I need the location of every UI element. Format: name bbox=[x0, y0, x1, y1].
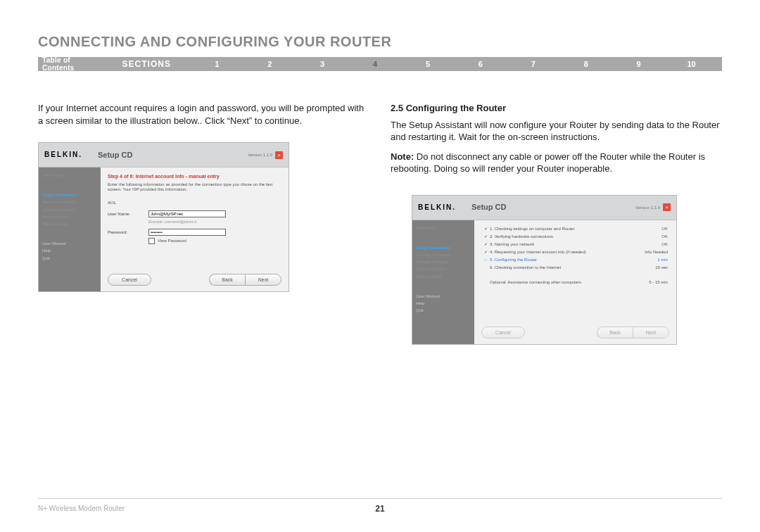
screenshot-account-info: BELKIN. Setup CD Version 1.1.0 × Main Me… bbox=[38, 142, 289, 292]
close-icon[interactable]: × bbox=[275, 151, 283, 159]
step-status: OK bbox=[634, 226, 669, 232]
sidebar-item-setup-assistant[interactable]: Setup Assistant ▸ bbox=[42, 191, 97, 198]
note-paragraph: Note: Do not disconnect any cable or pow… bbox=[391, 151, 722, 175]
next-button: Next bbox=[633, 327, 669, 338]
intro-paragraph: If your Internet account requires a logi… bbox=[38, 102, 369, 127]
section-link-2[interactable]: 2 bbox=[243, 60, 296, 68]
cancel-button[interactable]: Cancel bbox=[108, 274, 151, 286]
sidebar-item-security-assistant[interactable]: Security Assistant bbox=[42, 198, 97, 205]
password-label: Password: bbox=[108, 229, 148, 235]
step-text: 6. Checking connection to the Internet bbox=[490, 265, 634, 270]
close-icon[interactable]: × bbox=[663, 203, 671, 211]
sidebar-item-user-manual[interactable]: User Manual bbox=[416, 293, 471, 300]
sidebar-item-network-status[interactable]: Network Status bbox=[416, 265, 471, 272]
sidebar-main-menu: Main Menu bbox=[416, 224, 471, 232]
check-icon: ✓ bbox=[481, 234, 490, 239]
belkin-logo: BELKIN. bbox=[418, 203, 462, 213]
page-number: 21 bbox=[375, 504, 384, 514]
page-title: CONNECTING AND CONFIGURING YOUR ROUTER bbox=[38, 34, 722, 50]
section-link-8[interactable]: 8 bbox=[559, 60, 612, 68]
sidebar: Main Menu Setup Assistant ▸ Security Ass… bbox=[39, 167, 101, 291]
progress-steps: ✓1. Checking settings on computer and Ro… bbox=[481, 226, 669, 286]
sidebar-item-security-assistant[interactable]: Security Assistant bbox=[416, 251, 471, 258]
note-text: Do not disconnect any cable or power off… bbox=[391, 151, 705, 175]
version-label: Version 1.1.0 bbox=[248, 152, 272, 158]
step-status: 1 min bbox=[634, 257, 669, 262]
section-link-3[interactable]: 3 bbox=[296, 60, 349, 68]
next-button[interactable]: Next bbox=[245, 274, 281, 286]
step-status: OK bbox=[634, 234, 669, 239]
sidebar-item-quit[interactable]: Quit bbox=[42, 255, 97, 262]
sidebar-item-help[interactable]: Help bbox=[42, 247, 97, 254]
cancel-button: Cancel bbox=[481, 327, 525, 338]
optional-status: 5 - 15 min bbox=[634, 279, 669, 285]
sidebar-item-manual-setup[interactable]: Manual Setup bbox=[416, 273, 471, 280]
step-text: 3. Naming your network bbox=[490, 241, 634, 247]
step-text: 2. Verifying hardware connections bbox=[490, 234, 634, 239]
check-icon: ✓ bbox=[481, 226, 490, 232]
view-password-label: View Password bbox=[158, 238, 186, 243]
screenshot-configuring: BELKIN. Setup CD Version 1.1.0 × Main Me… bbox=[412, 195, 677, 345]
sidebar-main-menu: Main Menu bbox=[42, 172, 97, 179]
step-status: OK bbox=[634, 241, 669, 247]
sections-label: SECTIONS bbox=[122, 59, 171, 69]
sidebar: Main Menu Setup Assistant ▸ Security Ass… bbox=[412, 220, 474, 344]
belkin-logo: BELKIN. bbox=[44, 150, 88, 160]
section-link-5[interactable]: 5 bbox=[402, 60, 455, 68]
sidebar-item-quit[interactable]: Quit bbox=[416, 307, 471, 314]
sections-navbar: Table of Contents SECTIONS 12345678910 bbox=[38, 57, 722, 71]
isp-name: AOL bbox=[108, 200, 148, 205]
sidebar-item-manual-setup[interactable]: Manual Setup bbox=[42, 220, 97, 227]
password-field[interactable] bbox=[148, 229, 226, 236]
right-column: 2.5 Configuring the Router The Setup Ass… bbox=[391, 102, 722, 345]
sidebar-item-storage-manager[interactable]: Storage Manager bbox=[416, 258, 471, 265]
view-password-checkbox[interactable]: View Password bbox=[148, 238, 281, 244]
left-column: If your Internet account requires a logi… bbox=[38, 102, 369, 345]
step-text: 4. Requesting your Internet account info… bbox=[490, 249, 634, 255]
section-link-10[interactable]: 10 bbox=[665, 60, 718, 68]
section-heading: 2.5 Configuring the Router bbox=[391, 102, 722, 115]
section-link-1[interactable]: 1 bbox=[191, 60, 243, 68]
arrow-icon: → bbox=[481, 257, 490, 262]
section-link-4[interactable]: 4 bbox=[349, 60, 402, 68]
username-example: Example: username@planet.nl bbox=[148, 220, 281, 224]
section-link-6[interactable]: 6 bbox=[454, 60, 507, 68]
window-title: Setup CD bbox=[88, 150, 248, 160]
product-name: N+ Wireless Modem Router bbox=[38, 505, 125, 512]
optional-text: Optional: Assistance connecting other co… bbox=[490, 279, 634, 285]
step-heading: Step 4 of 6: Internet account info - man… bbox=[108, 173, 281, 179]
checkbox-icon bbox=[148, 238, 155, 244]
sidebar-item-help[interactable]: Help bbox=[416, 300, 471, 307]
check-icon: ✓ bbox=[481, 249, 490, 255]
step-status: Info Needed bbox=[634, 249, 669, 255]
step-text: 1. Checking settings on computer and Rou… bbox=[490, 226, 634, 232]
back-button: Back bbox=[597, 327, 633, 338]
step-description: Enter the following information as provi… bbox=[108, 182, 281, 194]
sidebar-item-storage-manager[interactable]: Storage Manager bbox=[42, 206, 97, 213]
toc-link[interactable]: Table of Contents bbox=[42, 56, 104, 72]
username-label: User Name: bbox=[108, 211, 148, 217]
check-icon: ✓ bbox=[481, 241, 490, 247]
step-status: 10 sec bbox=[634, 265, 669, 270]
sidebar-item-setup-assistant[interactable]: Setup Assistant ▸ bbox=[416, 244, 471, 251]
page-footer: N+ Wireless Modem Router 21 bbox=[38, 498, 722, 512]
section-link-9[interactable]: 9 bbox=[612, 60, 665, 68]
step-text: 5. Configuring the Router bbox=[490, 257, 634, 262]
section-paragraph: The Setup Assistant will now configure y… bbox=[391, 119, 722, 144]
section-link-7[interactable]: 7 bbox=[507, 60, 559, 68]
sidebar-item-network-status[interactable]: Network Status bbox=[42, 213, 97, 220]
version-label: Version 1.1.0 bbox=[635, 205, 660, 210]
back-button[interactable]: Back bbox=[209, 274, 245, 286]
note-label: Note: bbox=[391, 151, 414, 162]
window-title: Setup CD bbox=[462, 202, 635, 213]
username-field[interactable] bbox=[148, 210, 226, 217]
sidebar-item-user-manual[interactable]: User Manual bbox=[42, 240, 97, 247]
